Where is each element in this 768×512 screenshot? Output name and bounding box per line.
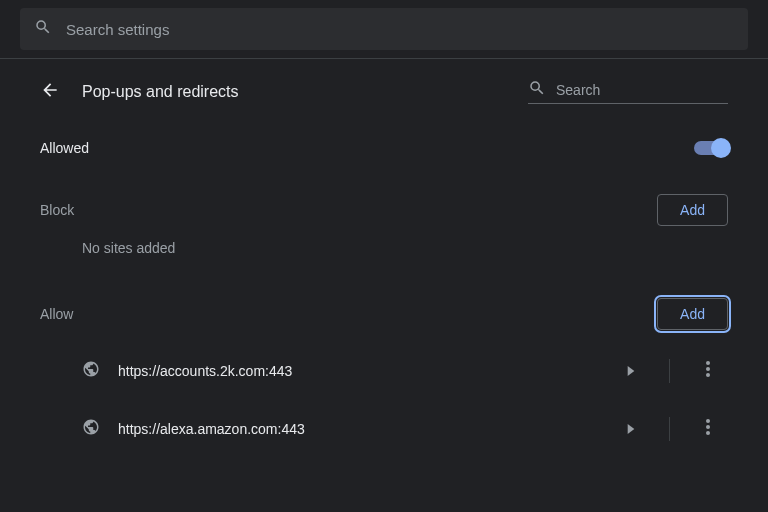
divider <box>669 359 670 383</box>
chevron-right-icon <box>627 420 635 438</box>
back-arrow-icon[interactable] <box>40 80 60 104</box>
chevron-right-icon <box>627 362 635 380</box>
search-icon <box>34 18 52 40</box>
allow-add-button[interactable]: Add <box>657 298 728 330</box>
search-icon <box>528 79 546 101</box>
globe-icon <box>82 360 100 382</box>
allowed-label: Allowed <box>40 140 89 156</box>
allowed-toggle[interactable] <box>694 141 728 155</box>
allowed-row: Allowed <box>40 140 728 156</box>
site-more-button[interactable] <box>688 356 728 386</box>
page-search-input[interactable] <box>556 82 731 98</box>
toggle-knob <box>711 138 731 158</box>
svg-point-3 <box>706 419 710 423</box>
page-search[interactable] <box>528 79 728 104</box>
more-vert-icon <box>706 419 710 439</box>
divider <box>669 417 670 441</box>
svg-point-5 <box>706 431 710 435</box>
settings-search-input[interactable] <box>66 21 734 38</box>
page-header: Pop-ups and redirects <box>40 79 728 104</box>
globe-icon <box>82 418 100 440</box>
block-empty-message: No sites added <box>40 240 728 256</box>
site-row: https://accounts.2k.com:443 <box>40 342 728 400</box>
site-more-button[interactable] <box>688 414 728 444</box>
allow-label: Allow <box>40 306 73 322</box>
site-details-button[interactable] <box>611 356 651 386</box>
block-label: Block <box>40 202 74 218</box>
page-title: Pop-ups and redirects <box>82 83 239 101</box>
block-section-header: Block Add <box>40 194 728 226</box>
settings-search-bar[interactable] <box>20 8 748 50</box>
site-url: https://accounts.2k.com:443 <box>118 363 593 379</box>
svg-point-1 <box>706 367 710 371</box>
site-url: https://alexa.amazon.com:443 <box>118 421 593 437</box>
block-add-button[interactable]: Add <box>657 194 728 226</box>
site-details-button[interactable] <box>611 414 651 444</box>
svg-point-0 <box>706 361 710 365</box>
svg-point-2 <box>706 373 710 377</box>
allow-section-header: Allow Add <box>40 298 728 330</box>
svg-point-4 <box>706 425 710 429</box>
allow-site-list: https://accounts.2k.com:443 https://alex… <box>40 342 728 458</box>
more-vert-icon <box>706 361 710 381</box>
site-row: https://alexa.amazon.com:443 <box>40 400 728 458</box>
